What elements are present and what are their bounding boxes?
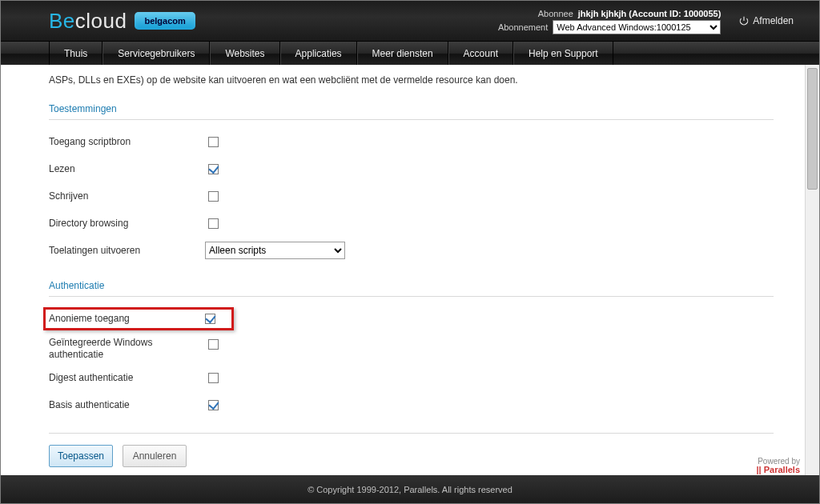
header-bar: Becloud belgacom Abonnee jhkjh kjhkjh (A… <box>1 1 819 42</box>
auth-label-anon: Anonieme toegang <box>49 313 202 324</box>
nav-more[interactable]: Meer diensten <box>357 42 448 66</box>
nav-account[interactable]: Account <box>448 42 513 66</box>
auth-checkbox-winint[interactable] <box>208 339 219 350</box>
perm-row-exec: Toelatingen uitvoeren Alleen scripts <box>49 237 806 264</box>
auth-label-winint: Geïntegreerde Windows authenticatie <box>49 337 205 361</box>
brand-badge: belgacom <box>135 12 195 30</box>
auth-checkbox-basic[interactable] <box>208 400 219 410</box>
perm-label-write: Schrijven <box>49 190 205 202</box>
scrollbar-thumb[interactable] <box>807 68 818 190</box>
footer-text: © Copyright 1999-2012, Parallels. All ri… <box>308 485 512 494</box>
power-icon <box>738 15 750 26</box>
apply-button[interactable]: Toepassen <box>49 445 113 467</box>
subscription-info: Abonnee jhkjh kjhkjh (Account ID: 100005… <box>498 7 721 34</box>
auth-row-winint: Geïntegreerde Windows authenticatie <box>49 332 806 364</box>
auth-row-basic: Basis authenticatie <box>49 391 806 418</box>
perm-checkbox-dirbrowse[interactable] <box>208 218 219 229</box>
vertical-scrollbar[interactable] <box>805 65 819 475</box>
nav-users[interactable]: Servicegebruikers <box>102 42 210 66</box>
perm-row-scriptsource: Toegang scriptbron <box>49 128 806 155</box>
nav-websites[interactable]: Websites <box>210 42 279 66</box>
intro-text: ASPs, DLLs en EXEs) op de website kan ui… <box>49 73 806 87</box>
nav-apps[interactable]: Applicaties <box>280 42 357 66</box>
auth-label-basic: Basis authenticatie <box>49 399 205 410</box>
content-scroll: ASPs, DLLs en EXEs) op de website kan ui… <box>1 65 806 475</box>
separator <box>49 433 774 434</box>
perm-label-scriptsource: Toegang scriptbron <box>49 136 205 147</box>
nav-help[interactable]: Help en Support <box>513 42 613 66</box>
subscription-select[interactable]: Web Advanced Windows:1000125 <box>553 20 721 34</box>
perm-label-exec: Toelatingen uitvoeren <box>49 245 205 256</box>
auth-label-digest: Digest authenticatie <box>49 372 205 383</box>
section-title-auth: Authenticatie <box>49 275 774 297</box>
header-right: Abonnee jhkjh kjhkjh (Account ID: 100005… <box>498 7 794 34</box>
perm-select-exec[interactable]: Alleen scripts <box>205 242 345 259</box>
perm-row-dirbrowse: Directory browsing <box>49 210 806 237</box>
auth-row-anon: Anonieme toegang <box>49 305 806 332</box>
perm-checkbox-scriptsource[interactable] <box>208 137 219 147</box>
perm-label-dirbrowse: Directory browsing <box>49 218 205 229</box>
content-area: ASPs, DLLs en EXEs) op de website kan ui… <box>1 65 819 475</box>
highlight-anon: Anonieme toegang <box>43 307 234 330</box>
auth-checkbox-anon[interactable] <box>205 314 215 324</box>
logout-link[interactable]: Afmelden <box>738 15 794 26</box>
subscriber-label: Abonnee <box>538 7 573 20</box>
brand-logo: Becloud belgacom <box>49 9 195 34</box>
auth-row-digest: Digest authenticatie <box>49 364 806 391</box>
app-window: Becloud belgacom Abonnee jhkjh kjhkjh (A… <box>0 0 820 504</box>
auth-checkbox-digest[interactable] <box>208 373 219 383</box>
perm-checkbox-write[interactable] <box>208 191 219 202</box>
footer-bar: © Copyright 1999-2012, Parallels. All ri… <box>1 475 819 503</box>
main-nav: Thuis Servicegebruikers Websites Applica… <box>1 42 819 66</box>
perm-row-read: Lezen <box>49 155 806 182</box>
section-title-permissions: Toestemmingen <box>49 98 774 120</box>
button-bar: Toepassen Annuleren <box>49 445 806 467</box>
perm-checkbox-read[interactable] <box>208 164 219 174</box>
subscription-label: Abonnement <box>498 21 548 34</box>
perm-label-read: Lezen <box>49 163 205 174</box>
perm-row-write: Schrijven <box>49 182 806 210</box>
powered-by: Powered by || Parallels <box>757 457 800 474</box>
brand-wordmark: Becloud <box>49 9 127 34</box>
subscriber-value: jhkjh kjhkjh (Account ID: 1000055) <box>578 7 722 20</box>
cancel-button[interactable]: Annuleren <box>123 445 187 467</box>
nav-home[interactable]: Thuis <box>49 42 102 66</box>
